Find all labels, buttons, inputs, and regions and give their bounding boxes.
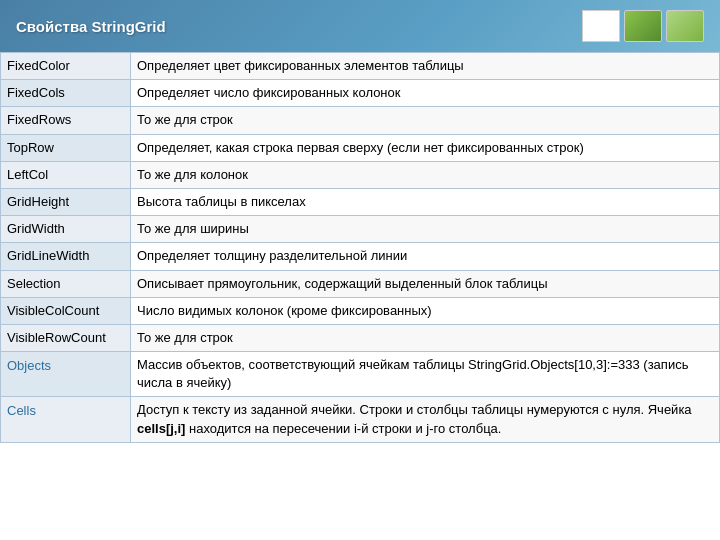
property-name: Cells — [1, 397, 131, 442]
property-name: FixedColor — [1, 53, 131, 80]
table-row: GridLineWidth Определяет толщину раздели… — [1, 243, 720, 270]
property-desc: То же для строк — [131, 107, 720, 134]
table-row: FixedColor Определяет цвет фиксированных… — [1, 53, 720, 80]
header-images — [582, 10, 704, 42]
property-name: Objects — [1, 352, 131, 397]
header: Свойства StringGrid — [0, 0, 720, 52]
properties-table: FixedColor Определяет цвет фиксированных… — [0, 52, 720, 443]
property-desc: То же для строк — [131, 324, 720, 351]
property-desc: Определяет число фиксированных колонок — [131, 80, 720, 107]
property-name: GridHeight — [1, 188, 131, 215]
property-desc: Описывает прямоугольник, содержащий выде… — [131, 270, 720, 297]
property-desc: То же для колонок — [131, 161, 720, 188]
table-row: Selection Описывает прямоугольник, содер… — [1, 270, 720, 297]
property-desc: Определяет цвет фиксированных элементов … — [131, 53, 720, 80]
table-row: LeftCol То же для колонок — [1, 161, 720, 188]
header-title: Свойства StringGrid — [16, 18, 166, 35]
table-row: VisibleRowCount То же для строк — [1, 324, 720, 351]
image-green1 — [624, 10, 662, 42]
property-name: TopRow — [1, 134, 131, 161]
property-name: VisibleRowCount — [1, 324, 131, 351]
property-desc: Доступ к тексту из заданной ячейки. Стро… — [131, 397, 720, 442]
cells-bold: cells[j,i] — [137, 421, 185, 436]
property-desc: То же для ширины — [131, 216, 720, 243]
table-row: GridWidth То же для ширины — [1, 216, 720, 243]
property-desc justified: Определяет, какая строка первая сверху (… — [131, 134, 720, 161]
image-green2 — [666, 10, 704, 42]
table-container: FixedColor Определяет цвет фиксированных… — [0, 52, 720, 443]
property-name: GridLineWidth — [1, 243, 131, 270]
table-row row-objects: Objects Массив объектов, соответствующий… — [1, 352, 720, 397]
table-row: VisibleColCount Число видимых колонок (к… — [1, 297, 720, 324]
property-desc: Высота таблицы в пикселах — [131, 188, 720, 215]
table-row row-cells: Cells Доступ к тексту из заданной ячейки… — [1, 397, 720, 442]
property-name: LeftCol — [1, 161, 131, 188]
table-row: TopRow Определяет, какая строка первая с… — [1, 134, 720, 161]
property-desc: Определяет толщину разделительной линии — [131, 243, 720, 270]
image-white — [582, 10, 620, 42]
property-desc: Массив объектов, соответствующий ячейкам… — [131, 352, 720, 397]
property-name: VisibleColCount — [1, 297, 131, 324]
property-name: FixedRows — [1, 107, 131, 134]
property-name: Selection — [1, 270, 131, 297]
table-row: FixedRows То же для строк — [1, 107, 720, 134]
property-name: FixedCols — [1, 80, 131, 107]
property-desc: Число видимых колонок (кроме фиксированн… — [131, 297, 720, 324]
table-row: FixedCols Определяет число фиксированных… — [1, 80, 720, 107]
property-name: GridWidth — [1, 216, 131, 243]
table-row: GridHeight Высота таблицы в пикселах — [1, 188, 720, 215]
